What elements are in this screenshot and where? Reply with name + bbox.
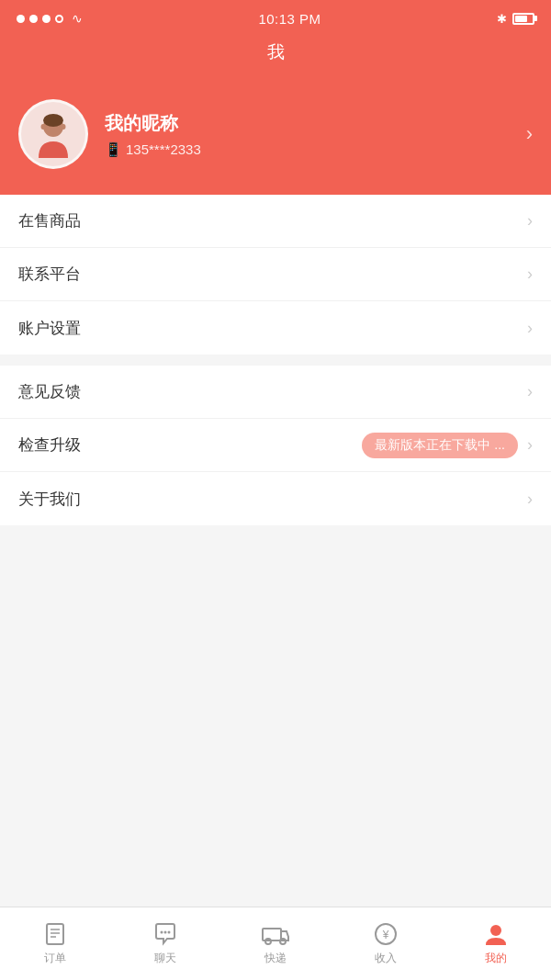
orders-icon [42,921,68,947]
tab-orders-label: 订单 [44,951,66,966]
status-time: 10:13 PM [258,11,320,27]
menu-label-contact: 联系平台 [18,264,81,285]
menu-label-products: 在售商品 [18,210,81,231]
menu-arrow-about: › [527,490,533,509]
income-icon: ¥ [373,921,399,947]
phone-number: 135****2333 [126,141,201,157]
battery-icon [512,13,534,25]
menu-arrow-products: › [527,211,533,231]
tab-mine-label: 我的 [485,951,507,966]
signal-dot-1 [17,15,25,23]
phone-icon: 📱 [105,141,122,158]
menu-item-settings[interactable]: 账户设置 › [0,301,551,355]
menu-section-2: 意见反馈 › 检查升级 最新版本正在下载中 ... › 关于我们 › [0,366,551,525]
status-right-icons: ✱ [497,12,534,26]
svg-point-2 [41,124,46,130]
svg-rect-4 [47,924,63,944]
status-bar: ∿ 10:13 PM ✱ [0,0,551,37]
page-title: 我 [0,37,551,73]
menu-item-left: 检查升级 [18,434,81,456]
menu-item-left: 关于我们 [18,489,81,510]
tab-chat-label: 聊天 [154,951,176,966]
menu-arrow-upgrade: › [527,435,533,455]
tab-mine[interactable]: 我的 [441,907,551,980]
menu-label-settings: 账户设置 [18,318,81,339]
svg-point-16 [490,925,501,936]
menu-arrow-contact: › [527,265,533,284]
menu-container: 在售商品 › 联系平台 › 账户设置 › 意见反馈 › 检查升级 [0,195,551,525]
menu-item-right: 最新版本正在下载中 ... › [362,433,533,458]
tab-orders[interactable]: 订单 [0,907,110,980]
menu-label-upgrade: 检查升级 [18,434,81,456]
tab-income[interactable]: ¥ 收入 [331,907,441,980]
user-name: 我的昵称 [105,111,526,136]
mine-icon [483,921,509,947]
avatar [18,99,88,169]
menu-item-products[interactable]: 在售商品 › [0,195,551,248]
svg-rect-11 [263,929,281,941]
page-header: 我 [0,37,551,83]
tab-income-label: 收入 [375,951,397,966]
tab-chat[interactable]: 聊天 [110,907,220,980]
signal-dot-4 [55,15,63,23]
delivery-icon [261,921,290,947]
svg-point-3 [62,124,66,130]
profile-arrow-icon[interactable]: › [526,122,533,146]
menu-item-about[interactable]: 关于我们 › [0,472,551,525]
user-phone: 📱 135****2333 [105,141,526,158]
bluetooth-icon: ✱ [497,12,507,26]
chat-icon [152,921,178,947]
menu-item-upgrade[interactable]: 检查升级 最新版本正在下载中 ... › [0,419,551,472]
menu-item-left: 账户设置 [18,318,81,339]
avatar-image [29,110,77,158]
svg-point-10 [168,931,171,934]
svg-point-1 [43,114,63,127]
menu-item-left: 意见反馈 [18,381,81,402]
menu-item-left: 在售商品 [18,210,81,231]
tab-delivery-label: 快递 [264,951,287,966]
status-left-icons: ∿ [17,11,83,26]
menu-label-feedback: 意见反馈 [18,381,81,402]
svg-point-8 [161,931,163,934]
menu-label-about: 关于我们 [18,489,81,510]
menu-arrow-settings: › [527,319,533,338]
menu-item-left: 联系平台 [18,264,81,285]
menu-section-1: 在售商品 › 联系平台 › 账户设置 › [0,195,551,355]
svg-point-9 [164,931,167,934]
profile-info: 我的昵称 📱 135****2333 [105,111,526,158]
signal-dot-3 [42,15,51,23]
svg-text:¥: ¥ [382,929,389,941]
update-badge: 最新版本正在下载中 ... [362,433,518,458]
tab-bar: 订单 聊天 快递 ¥ 收入 我的 [0,907,551,980]
menu-item-feedback[interactable]: 意见反馈 › [0,366,551,419]
signal-dot-2 [29,15,38,23]
menu-arrow-feedback: › [527,382,533,401]
tab-delivery[interactable]: 快递 [220,907,331,980]
wifi-icon: ∿ [72,11,83,26]
profile-section[interactable]: 我的昵称 📱 135****2333 › [0,83,551,195]
menu-item-contact[interactable]: 联系平台 › [0,248,551,301]
